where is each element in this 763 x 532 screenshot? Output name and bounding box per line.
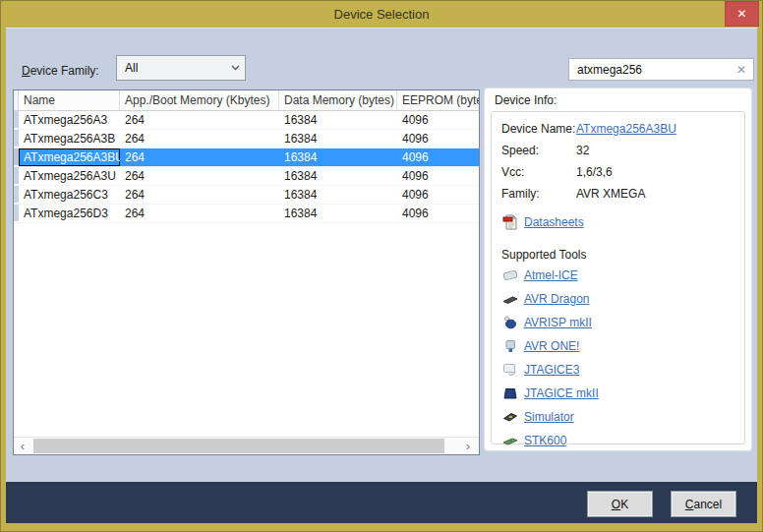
device-info-field: Vcc: 1,6/3,6 xyxy=(501,161,744,183)
supported-tool-item[interactable]: JTAGICE mkII xyxy=(501,382,744,405)
table-header-row: Name App./Boot Memory (Kbytes) Data Memo… xyxy=(14,90,479,111)
device-family-dropdown[interactable]: All xyxy=(116,55,246,81)
tool-link[interactable]: AVRISP mkII xyxy=(524,316,592,329)
jtagice3-icon xyxy=(501,362,518,378)
cell-name[interactable]: ATxmega256A3B xyxy=(19,130,120,148)
cell-eeprom[interactable]: 4096 xyxy=(397,167,479,185)
chevron-down-icon xyxy=(225,65,245,71)
field-label: Speed: xyxy=(501,144,576,157)
cell-data-memory[interactable]: 16384 xyxy=(279,111,397,129)
field-value: AVR XMEGA xyxy=(576,187,645,201)
table-row[interactable]: ATxmega256A3 264 16384 4096 xyxy=(14,111,479,130)
cell-eeprom[interactable]: 4096 xyxy=(397,148,479,166)
tool-link[interactable]: AVR Dragon xyxy=(524,292,589,306)
search-input[interactable] xyxy=(569,59,730,80)
cancel-button[interactable]: Cancel xyxy=(672,492,735,516)
dialog-content: Device Family: All ✕ Name App./Boot Memo… xyxy=(6,28,757,523)
search-box: ✕ xyxy=(568,58,754,81)
cell-app-boot-memory[interactable]: 264 xyxy=(120,205,279,222)
cell-name[interactable]: ATxmega256A3 xyxy=(19,111,120,129)
table-row[interactable]: ATxmega256C3 264 16384 4096 xyxy=(14,186,479,205)
device-info-field: Device Name: ATxmega256A3BU xyxy=(501,118,744,140)
column-header-eeprom[interactable]: EEPROM (bytes) xyxy=(397,90,479,110)
supported-tool-item[interactable]: Atmel-ICE xyxy=(501,264,744,287)
field-label: Vcc: xyxy=(501,165,576,179)
column-header-data-memory[interactable]: Data Memory (bytes) xyxy=(279,90,397,110)
tool-link[interactable]: JTAGICE3 xyxy=(524,363,579,377)
close-icon: ✕ xyxy=(736,7,746,21)
supported-tool-item[interactable]: AVR ONE! xyxy=(501,334,744,358)
device-info-panel: Device Info: Device Name: ATxmega256A3BU… xyxy=(484,88,752,451)
cell-name[interactable]: ATxmega256C3 xyxy=(19,186,120,204)
datasheets-row[interactable]: Datasheets xyxy=(501,212,744,232)
supported-tool-item[interactable]: AVR Dragon xyxy=(501,287,744,311)
avr-dragon-icon xyxy=(501,291,518,307)
device-info-fields: Device Name: ATxmega256A3BU Speed: 32 Vc… xyxy=(492,112,744,205)
cell-data-memory[interactable]: 16384 xyxy=(279,205,397,222)
avrisp-mkii-icon xyxy=(501,315,518,330)
table-row[interactable]: ATxmega256A3BU 264 16384 4096 xyxy=(14,148,479,167)
stk600-icon xyxy=(501,433,518,448)
device-info-box: Device Name: ATxmega256A3BU Speed: 32 Vc… xyxy=(491,111,745,444)
cell-eeprom[interactable]: 4096 xyxy=(397,205,479,222)
field-value: 32 xyxy=(576,144,589,157)
table-row[interactable]: ATxmega256A3B 264 16384 4096 xyxy=(14,130,479,148)
supported-tool-item[interactable]: STK600 xyxy=(501,429,744,452)
cell-data-memory[interactable]: 16384 xyxy=(279,130,397,148)
cell-name[interactable]: ATxmega256A3BU xyxy=(19,148,120,166)
ok-button[interactable]: OK xyxy=(588,492,652,516)
horizontal-scrollbar[interactable]: ‹ › xyxy=(14,437,479,454)
cell-data-memory[interactable]: 16384 xyxy=(279,148,397,166)
simulator-icon xyxy=(501,409,518,425)
field-label: Device Name: xyxy=(501,122,576,136)
cell-name[interactable]: ATxmega256A3U xyxy=(19,167,120,185)
search-clear-icon[interactable]: ✕ xyxy=(730,63,753,77)
datasheets-link[interactable]: Datasheets xyxy=(524,215,584,229)
title-bar: Device Selection xyxy=(0,0,763,28)
tool-link[interactable]: Simulator xyxy=(524,410,574,424)
cell-app-boot-memory[interactable]: 264 xyxy=(120,186,279,204)
cell-name[interactable]: ATxmega256D3 xyxy=(19,205,120,222)
supported-tools-header: Supported Tools xyxy=(501,248,744,262)
supported-tool-item[interactable]: JTAGICE3 xyxy=(501,358,744,382)
device-family-selected-value: All xyxy=(117,61,225,75)
table-body: ATxmega256A3 264 16384 4096 ATxmega256A3… xyxy=(14,111,479,223)
table-row[interactable]: ATxmega256D3 264 16384 4096 xyxy=(14,205,479,223)
tool-link[interactable]: STK600 xyxy=(524,434,566,447)
cell-eeprom[interactable]: 4096 xyxy=(397,186,479,204)
cell-data-memory[interactable]: 16384 xyxy=(279,186,397,204)
atmel-ice-icon xyxy=(501,267,518,283)
table-row[interactable]: ATxmega256A3U 264 16384 4096 xyxy=(14,167,479,186)
device-info-header: Device Info: xyxy=(495,93,557,107)
cell-app-boot-memory[interactable]: 264 xyxy=(120,148,279,166)
dialog-footer: OK Cancel xyxy=(6,482,757,523)
field-value-link[interactable]: ATxmega256A3BU xyxy=(576,122,676,136)
supported-tools-list: Atmel-ICE AVR Dragon AVRISP mkII AVR ONE… xyxy=(492,264,744,452)
cell-eeprom[interactable]: 4096 xyxy=(397,130,479,148)
cell-app-boot-memory[interactable]: 264 xyxy=(120,167,279,185)
dialog-title: Device Selection xyxy=(334,7,430,22)
device-table: Name App./Boot Memory (Kbytes) Data Memo… xyxy=(13,89,480,455)
column-header-app-boot-memory[interactable]: App./Boot Memory (Kbytes) xyxy=(120,90,279,110)
supported-tool-item[interactable]: Simulator xyxy=(501,405,744,429)
close-button[interactable]: ✕ xyxy=(725,1,759,27)
device-info-field: Speed: 32 xyxy=(501,140,744,161)
cell-eeprom[interactable]: 4096 xyxy=(397,111,479,129)
scrollbar-thumb[interactable] xyxy=(33,439,444,453)
scroll-right-icon[interactable]: › xyxy=(459,438,477,454)
avr-one-icon xyxy=(501,338,518,354)
tool-link[interactable]: JTAGICE mkII xyxy=(524,386,599,400)
supported-tool-item[interactable]: AVRISP mkII xyxy=(501,311,744,334)
device-info-field: Family: AVR XMEGA xyxy=(501,183,744,205)
jtagice-mkii-icon xyxy=(501,385,518,401)
device-family-label: Device Family: xyxy=(22,64,99,78)
tool-link[interactable]: AVR ONE! xyxy=(524,339,579,353)
pdf-icon xyxy=(501,214,518,230)
cell-app-boot-memory[interactable]: 264 xyxy=(120,130,279,148)
device-selection-dialog: { "colors": { "frame_gold": "#C2B14C", "… xyxy=(0,0,763,532)
column-header-name[interactable]: Name xyxy=(19,90,120,110)
cell-app-boot-memory[interactable]: 264 xyxy=(120,111,279,129)
scroll-left-icon[interactable]: ‹ xyxy=(14,438,31,454)
cell-data-memory[interactable]: 16384 xyxy=(279,167,397,185)
tool-link[interactable]: Atmel-ICE xyxy=(524,268,578,282)
